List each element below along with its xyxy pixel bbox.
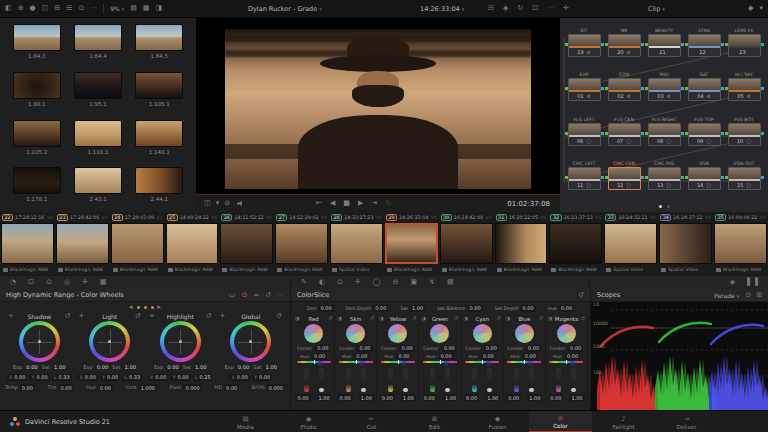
clip-options-chevron-icon[interactable]: ▾ [759, 5, 763, 12]
density-slider[interactable] [556, 368, 561, 392]
saturation-slider[interactable] [571, 368, 576, 392]
scope-mode-select[interactable]: Parade ▾ [714, 292, 739, 299]
still-thumbnail[interactable] [74, 167, 122, 194]
page-tab[interactable]: ◎ Color [529, 411, 592, 432]
grade-node[interactable]: FLG LEFT 06▢ [564, 109, 604, 154]
timeline-clip[interactable]: 35 16:09:06:22 V1 Blackmagic RAW [713, 212, 768, 276]
audio-mute-icon[interactable] [237, 201, 244, 206]
node-box[interactable]: 06▢ [568, 123, 601, 146]
clip-thumbnail[interactable] [220, 223, 273, 264]
grade-node[interactable]: HI / SKY 05⊘ [724, 65, 764, 110]
zone-next-icon[interactable]: ▸ [158, 304, 162, 311]
palette-more-icon[interactable]: ⋯ [277, 292, 284, 299]
slice-hue-pie[interactable] [304, 324, 323, 343]
gradient-window-icon[interactable]: ⊖ [393, 279, 399, 286]
exp-value[interactable]: 0.00 [238, 364, 250, 370]
clip-thumbnail[interactable] [385, 223, 438, 264]
exp-value[interactable]: 0.00 [97, 364, 109, 370]
saturation-slider[interactable] [319, 368, 324, 392]
grade-node[interactable]: SAT 04⊘ [684, 65, 724, 110]
list-view-icon[interactable]: ☰ [66, 5, 72, 12]
clip-thumbnail[interactable] [659, 223, 712, 264]
node-box[interactable]: 22 [688, 34, 721, 57]
node-graph-pagination[interactable] [560, 200, 768, 212]
zone-dot[interactable] [144, 306, 147, 309]
density-slider[interactable] [304, 368, 309, 392]
grade-node[interactable]: MID 03⊘ [644, 65, 684, 110]
refresh-icon[interactable]: ↻ [517, 5, 523, 12]
grade-node[interactable]: XTRA 22 [684, 20, 724, 65]
colorslice-icon[interactable]: ◐ [319, 279, 325, 286]
gallery-still[interactable]: 1.118.1 [67, 120, 128, 165]
page-tab[interactable]: ◆ Fusion [466, 411, 529, 432]
zone-graph-icon[interactable]: ▭ [229, 292, 236, 299]
still-thumbnail[interactable] [13, 120, 61, 147]
global-value[interactable]: 0.00 [318, 305, 333, 312]
log-wheels-icon[interactable]: ◎ [64, 279, 70, 286]
color-viewer[interactable] [196, 18, 560, 195]
slice-hue-pie[interactable] [430, 324, 449, 343]
saturation-slider[interactable] [529, 368, 534, 392]
still-thumbnail[interactable] [135, 167, 183, 194]
density-slider[interactable] [388, 368, 393, 392]
goto-last-frame-icon[interactable]: ⇥ [371, 200, 377, 207]
timeline-clip[interactable]: 27 14:12:29:02 V1 Blackmagic RAW [274, 212, 329, 276]
center-value[interactable]: 0.00 [568, 345, 583, 352]
color-warper-icon[interactable]: ▦ [100, 279, 107, 286]
center-value[interactable]: 0.00 [400, 345, 415, 352]
slice-reset-icon[interactable]: ↺ [539, 316, 543, 321]
bypass-grade-icon[interactable]: ⊘ [224, 200, 230, 207]
saturation-value[interactable]: 1.00 [317, 394, 332, 401]
x-value[interactable]: X0.00 [7, 374, 28, 381]
color-wheel[interactable] [89, 321, 130, 362]
x-value[interactable]: X0.00 [148, 374, 169, 381]
zone-dot[interactable] [137, 306, 140, 309]
hue-slider[interactable] [549, 361, 583, 363]
saturation-slider[interactable] [403, 368, 408, 392]
gallery-toggle-icon[interactable]: ◧ [5, 5, 12, 12]
grade-node[interactable]: FLG TOP 09▢ [684, 109, 724, 154]
y-value[interactable]: Y0.00 [29, 374, 49, 381]
wheel-reset-icon[interactable]: ↺ [65, 313, 71, 320]
hue-slider[interactable] [423, 361, 457, 363]
wheel-target-icon[interactable]: + [149, 313, 155, 320]
timeline-clip[interactable]: 28 14:33:27:23 V1 Spatial Video [329, 212, 384, 276]
primaries-bars-icon[interactable]: ⊡ [28, 279, 34, 286]
clip-thumbnail[interactable] [440, 223, 493, 264]
gallery-still[interactable]: 1.105.2 [6, 120, 67, 165]
hue-value[interactable]: 0.00 [523, 353, 538, 360]
curves-icon[interactable]: ✛ [82, 279, 88, 286]
timeline-clip[interactable]: 31 16:20:22:05 V1 Blackmagic RAW [494, 212, 549, 276]
slice-reset-icon[interactable]: ↺ [581, 316, 585, 321]
color-wheel[interactable] [19, 321, 60, 362]
graph-page-dot[interactable] [659, 205, 662, 208]
still-thumbnail[interactable] [74, 120, 122, 147]
slice-reset-icon[interactable]: ↺ [454, 316, 458, 321]
gallery-still[interactable]: 2.43.1 [67, 167, 128, 212]
slice-vector-icon[interactable]: ◑ [295, 316, 299, 321]
saturation-value[interactable]: 1.00 [527, 394, 542, 401]
wheel-reset-icon[interactable]: ↺ [276, 313, 282, 320]
center-value[interactable]: 0.00 [357, 345, 372, 352]
clip-thumbnail[interactable] [495, 223, 548, 264]
node-box[interactable]: 02⊘ [608, 78, 641, 101]
grade-node[interactable]: LENS FX 23 [724, 20, 764, 65]
still-thumbnail[interactable] [13, 24, 61, 51]
slice-vector-icon[interactable]: ◑ [337, 316, 341, 321]
node-box[interactable]: 08▢ [648, 123, 681, 146]
l-value[interactable]: L0.33 [52, 374, 72, 381]
node-box[interactable]: 23 [728, 34, 761, 57]
node-box[interactable]: 09▢ [688, 123, 721, 146]
node-box[interactable]: 13▢ [648, 167, 681, 190]
still-thumbnail[interactable] [74, 24, 122, 51]
timeline-clip[interactable]: 32 16:23:37:13 V1 Blackmagic RAW [548, 212, 603, 276]
node-box[interactable]: 11▢ [568, 167, 601, 190]
node-box[interactable]: 20⊘ [608, 34, 641, 57]
clip-thumbnail[interactable] [56, 223, 109, 264]
node-box[interactable]: 15▢ [728, 167, 761, 190]
hue-value[interactable]: 0.00 [439, 353, 454, 360]
grade-node[interactable]: FLG BOT 10▢ [724, 109, 764, 154]
global-value[interactable]: 0.00 [468, 305, 483, 312]
timeline-view-icon[interactable]: ▤ [130, 5, 137, 12]
slice-vector-icon[interactable]: ◑ [506, 316, 510, 321]
